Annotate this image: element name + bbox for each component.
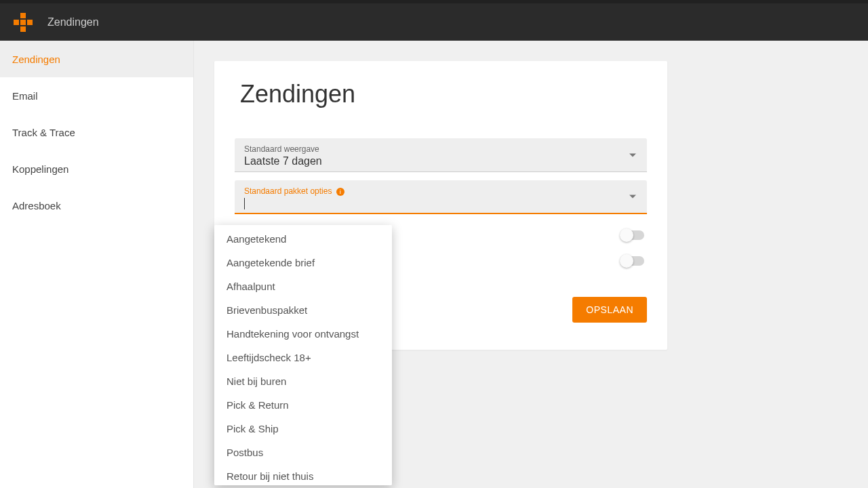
toggle-1[interactable] bbox=[621, 230, 644, 240]
default-package-options-value bbox=[244, 196, 637, 209]
toggle-knob bbox=[620, 228, 633, 242]
default-package-options-label: Standaard pakket opties i bbox=[244, 186, 637, 196]
dropdown-option[interactable]: Aangetekend bbox=[214, 225, 392, 251]
sidebar-item-zendingen[interactable]: Zendingen bbox=[0, 41, 193, 77]
save-button[interactable]: OPSLAAN bbox=[572, 297, 647, 323]
sidebar-item-label: Email bbox=[12, 90, 38, 102]
dropdown-option[interactable]: Retour bij niet thuis bbox=[214, 464, 392, 485]
default-package-options-select[interactable]: Standaard pakket opties i bbox=[235, 180, 647, 214]
sidebar-item-koppelingen[interactable]: Koppelingen bbox=[0, 150, 193, 187]
dropdown-option[interactable]: Aangetekende brief bbox=[214, 251, 392, 274]
sidebar-item-email[interactable]: Email bbox=[0, 77, 193, 114]
dropdown-option[interactable]: Pick & Return bbox=[214, 393, 392, 417]
toggle-2[interactable] bbox=[621, 256, 644, 266]
app-logo-icon bbox=[14, 13, 33, 32]
page-title: Zendingen bbox=[235, 80, 647, 108]
topbar-title: Zendingen bbox=[47, 16, 99, 28]
dropdown-option[interactable]: Niet bij buren bbox=[214, 369, 392, 393]
sidebar-item-label: Koppelingen bbox=[12, 163, 68, 175]
default-view-label: Standaard weergave bbox=[244, 144, 637, 154]
sidebar-item-adresboek[interactable]: Adresboek bbox=[0, 187, 193, 224]
dropdown-option[interactable]: Afhaalpunt bbox=[214, 274, 392, 298]
chevron-down-icon bbox=[629, 195, 636, 199]
sidebar: Zendingen Email Track & Trace Koppelinge… bbox=[0, 41, 194, 488]
sidebar-item-track-trace[interactable]: Track & Trace bbox=[0, 114, 193, 150]
chevron-down-icon bbox=[629, 153, 636, 157]
dropdown-option[interactable]: Pick & Ship bbox=[214, 417, 392, 441]
content-area: Zendingen Standaard weergave Laatste 7 d… bbox=[194, 41, 868, 488]
dropdown-option[interactable]: Handtekening voor ontvangst bbox=[214, 322, 392, 346]
sidebar-item-label: Adresboek bbox=[12, 200, 61, 211]
default-view-select[interactable]: Standaard weergave Laatste 7 dagen bbox=[235, 138, 647, 172]
sidebar-item-label: Track & Trace bbox=[12, 127, 75, 138]
dropdown-option[interactable]: Leeftijdscheck 18+ bbox=[214, 346, 392, 369]
topbar: Zendingen bbox=[0, 0, 868, 41]
sidebar-item-label: Zendingen bbox=[12, 54, 60, 65]
text-cursor-icon bbox=[244, 198, 245, 209]
dropdown-option[interactable]: Postbus bbox=[214, 441, 392, 464]
default-view-value: Laatste 7 dagen bbox=[244, 154, 637, 167]
dropdown-option[interactable]: Brievenbuspakket bbox=[214, 298, 392, 322]
toggle-knob bbox=[620, 254, 633, 268]
package-options-dropdown[interactable]: Aangetekend Aangetekende brief Afhaalpun… bbox=[214, 225, 392, 485]
info-icon: i bbox=[336, 188, 344, 196]
